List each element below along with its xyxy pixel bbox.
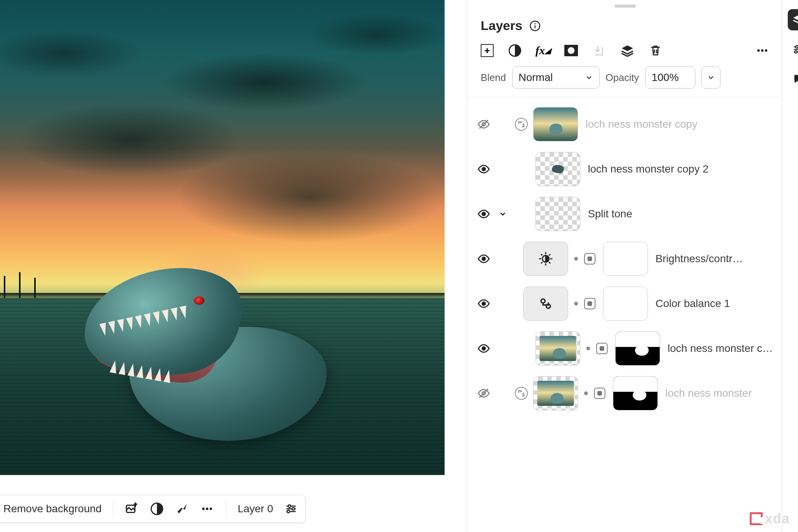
layer-thumbnail[interactable] [535, 152, 580, 186]
watermark: xda [750, 511, 790, 527]
layer-group-icon[interactable] [621, 44, 634, 57]
more-icon[interactable] [200, 502, 214, 516]
layer-name[interactable]: loch ness monster [665, 387, 773, 399]
layer-group-item[interactable]: Split tone [477, 192, 773, 236]
chevron-down-icon [585, 73, 593, 82]
svg-point-19 [482, 168, 486, 171]
layer-item[interactable]: loch ness monster copy 2 [477, 147, 773, 192]
add-mask-icon[interactable] [564, 44, 578, 57]
visibility-toggle-icon[interactable] [477, 207, 491, 221]
svg-point-5 [288, 505, 291, 508]
layers-tab-icon[interactable] [788, 9, 798, 30]
opacity-dropdown[interactable] [701, 66, 720, 89]
svg-point-29 [795, 51, 797, 53]
panel-menu-icon[interactable] [755, 44, 769, 57]
replace-background-icon[interactable] [125, 502, 139, 516]
mask-thumbnail[interactable] [615, 331, 660, 366]
layer-name[interactable]: loch ness monster copy 2 [588, 163, 773, 175]
mask-link-icon[interactable] [584, 298, 595, 309]
opacity-value: 100% [652, 71, 679, 84]
active-layer-label: Layer 0 [238, 503, 273, 515]
svg-point-6 [292, 508, 294, 510]
svg-point-21 [482, 257, 486, 261]
svg-point-23 [482, 302, 486, 306]
layers-toolbar: + fx◢ [468, 40, 782, 65]
mask-link-icon[interactable] [596, 343, 608, 354]
layer-item[interactable]: loch ness monster [477, 371, 773, 416]
properties-tab-icon[interactable] [788, 39, 798, 60]
visibility-toggle-icon[interactable] [477, 162, 491, 176]
delete-layer-icon[interactable] [649, 44, 662, 57]
layer-thumbnail[interactable] [533, 107, 578, 141]
svg-point-3 [206, 508, 209, 510]
layers-panel: Layers + fx◢ [467, 0, 782, 532]
adjustment-thumbnail[interactable] [523, 287, 568, 321]
quick-actions-icon[interactable] [175, 502, 189, 516]
layer-properties-icon[interactable] [284, 502, 298, 516]
layer-effects-icon[interactable]: fx◢ [536, 44, 550, 57]
context-taskbar: Remove background Layer 0 [0, 495, 306, 523]
layer-item[interactable]: loch ness monster c… [477, 326, 773, 371]
panel-drag-handle[interactable] [614, 5, 636, 8]
opacity-input[interactable]: 100% [645, 66, 695, 89]
clip-layer-icon[interactable] [592, 44, 606, 57]
visibility-toggle-icon[interactable] [477, 297, 491, 310]
svg-point-15 [761, 49, 764, 52]
layer-name[interactable]: loch ness monster copy [586, 118, 773, 130]
mask-thumbnail[interactable] [613, 376, 658, 410]
add-adjustment-icon[interactable] [508, 44, 522, 57]
svg-point-16 [765, 49, 768, 52]
visibility-toggle-hidden-icon[interactable] [477, 117, 491, 131]
visibility-toggle-hidden-icon[interactable] [477, 386, 491, 400]
blend-mode-value: Normal [519, 71, 553, 84]
layer-item[interactable]: loch ness monster copy [477, 102, 773, 147]
visibility-toggle-icon[interactable] [477, 342, 491, 355]
link-dot [574, 302, 578, 306]
mask-link-icon[interactable] [594, 388, 605, 399]
blend-row: Blend Normal Opacity 100% [468, 65, 782, 97]
layer-name[interactable]: Color balance 1 [656, 298, 773, 310]
canvas-area[interactable]: Remove background Layer 0 [0, 0, 467, 532]
remove-background-button[interactable]: Remove background [3, 503, 101, 515]
svg-point-13 [568, 47, 575, 54]
layer-name[interactable]: loch ness monster c… [668, 342, 773, 355]
opacity-label: Opacity [606, 72, 639, 84]
layer-thumbnail[interactable] [535, 331, 580, 366]
svg-point-14 [757, 49, 760, 52]
mask-link-icon[interactable] [584, 253, 595, 264]
link-dot [584, 391, 588, 395]
canvas-image[interactable] [0, 0, 445, 475]
adjustment-layer-item[interactable]: Brightness/contr… [477, 236, 773, 281]
blend-mode-select[interactable]: Normal [512, 66, 600, 89]
mask-thumbnail[interactable] [603, 287, 648, 321]
svg-point-7 [287, 510, 290, 513]
blend-label: Blend [481, 72, 506, 84]
layer-list: loch ness monster copy loch ness monster… [468, 99, 782, 532]
shrink-icon[interactable] [515, 387, 528, 400]
layer-name[interactable]: Brightness/contr… [656, 253, 773, 265]
layer-thumbnail[interactable] [533, 376, 578, 410]
adjustment-layer-item[interactable]: Color balance 1 [477, 281, 773, 326]
info-icon[interactable] [529, 20, 541, 32]
visibility-toggle-icon[interactable] [477, 252, 491, 266]
link-dot [574, 257, 578, 261]
svg-point-2 [202, 508, 205, 510]
svg-point-24 [482, 347, 486, 350]
side-rail [782, 0, 798, 532]
shrink-icon[interactable] [515, 118, 528, 131]
svg-point-4 [210, 508, 212, 510]
watermark-text: xda [765, 511, 790, 527]
adjustment-icon[interactable] [150, 502, 164, 516]
layer-name[interactable]: Split tone [588, 208, 773, 220]
comments-tab-icon[interactable] [788, 68, 798, 90]
adjustment-thumbnail[interactable] [523, 242, 568, 276]
svg-point-27 [795, 46, 798, 48]
add-layer-button[interactable]: + [481, 44, 494, 57]
layer-thumbnail[interactable] [535, 197, 580, 231]
layers-panel-title: Layers [481, 18, 522, 33]
mask-thumbnail[interactable] [603, 242, 648, 276]
link-dot [586, 347, 590, 350]
svg-point-10 [534, 23, 535, 24]
expand-toggle-icon[interactable] [498, 210, 507, 218]
svg-point-20 [482, 212, 486, 216]
